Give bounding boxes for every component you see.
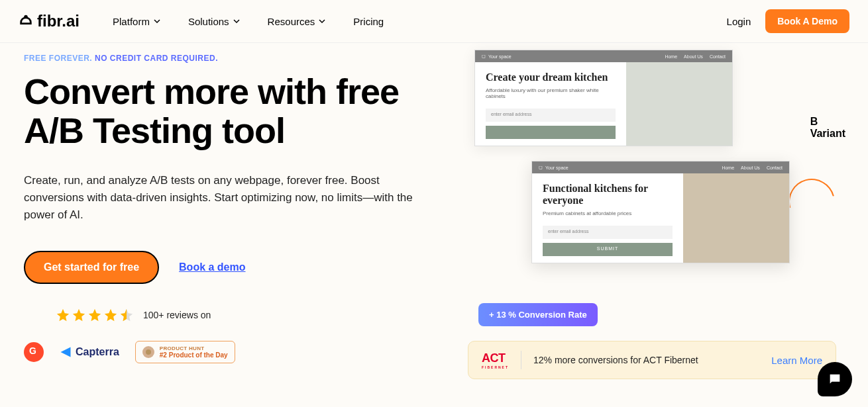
book-demo-link[interactable]: Book a demo xyxy=(179,261,245,273)
nav-right: Login Book A Demo xyxy=(727,9,849,33)
mockup-email-input: enter email address xyxy=(486,109,616,122)
mockup-email-input: enter email address xyxy=(543,226,673,239)
hero-right: ◻ Your space Home About Us Contact Creat… xyxy=(474,50,844,363)
eyebrow-part1: FREE FOREVER. xyxy=(24,54,92,63)
eyebrow: FREE FOREVER. NO CREDIT CARD REQUIRED. xyxy=(24,54,448,63)
mockup-image xyxy=(683,173,789,263)
g2-badge[interactable] xyxy=(24,342,44,362)
chevron-down-icon xyxy=(154,18,160,24)
capterra-text: Capterra xyxy=(76,346,119,358)
svg-point-2 xyxy=(146,349,151,355)
mockup-submit xyxy=(486,126,616,139)
mockup-nav: Home About Us Contact xyxy=(665,54,726,59)
product-hunt-badge[interactable]: PRODUCT HUNT #2 Product of the Day xyxy=(135,341,235,363)
callout-left: ACT FIBERNET 12% more conversions for AC… xyxy=(482,351,698,369)
conversion-badge: + 13 % Conversion Rate xyxy=(478,303,598,326)
login-link[interactable]: Login xyxy=(727,16,751,27)
mockup-title: Functional kitchens for everyone xyxy=(543,183,673,206)
nav-links: Platform Solutions Resources Pricing xyxy=(113,16,384,27)
mockup-nav: Home About Us Contact xyxy=(722,165,783,170)
capterra-badge[interactable]: Capterra xyxy=(60,346,119,358)
nav-label: Resources xyxy=(268,16,315,27)
mockup-image xyxy=(626,62,732,146)
nav-label: Platform xyxy=(113,16,150,27)
variant-label: B Variant xyxy=(810,116,845,140)
nav-item-pricing[interactable]: Pricing xyxy=(353,16,384,27)
act-logo: ACT FIBERNET xyxy=(482,351,509,369)
reviews: 100+ reviews on xyxy=(56,308,448,322)
mockup-subtitle: Premium cabinets at affordable prices xyxy=(543,210,673,216)
divider xyxy=(521,351,521,369)
chevron-down-icon xyxy=(233,18,240,24)
ph-text: PRODUCT HUNT #2 Product of the Day xyxy=(160,345,228,359)
mockup-title: Create your dream kitchen xyxy=(486,71,616,83)
star-rating xyxy=(56,308,134,322)
star-half-icon xyxy=(119,308,134,322)
top-nav: fibr.ai Platform Solutions Resources Pri… xyxy=(0,0,868,43)
nav-label: Pricing xyxy=(353,16,384,27)
nav-label: Solutions xyxy=(188,16,229,27)
cta-row: Get started for free Book a demo xyxy=(24,251,448,284)
chat-icon xyxy=(828,372,842,386)
nav-item-platform[interactable]: Platform xyxy=(113,16,160,27)
learn-more-link[interactable]: Learn More xyxy=(771,355,822,366)
eyebrow-part2: NO CREDIT CARD REQUIRED. xyxy=(95,54,218,63)
headline: Convert more with free A/B Testing tool xyxy=(24,72,448,151)
logo[interactable]: fibr.ai xyxy=(19,12,80,30)
logo-text: fibr.ai xyxy=(37,12,80,30)
star-icon xyxy=(87,308,102,322)
variant-letter: B xyxy=(810,116,845,128)
mockup-subtitle: Affordable luxury with our premium shake… xyxy=(486,87,616,99)
capterra-icon xyxy=(60,346,72,358)
mockup-brand: ◻ Your space xyxy=(482,54,512,59)
badges: Capterra PRODUCT HUNT #2 Product of the … xyxy=(24,341,448,363)
mockup-topbar: ◻ Your space Home About Us Contact xyxy=(532,161,789,173)
book-demo-nav-button[interactable]: Book A Demo xyxy=(765,9,849,33)
main: FREE FOREVER. NO CREDIT CARD REQUIRED. C… xyxy=(0,43,868,363)
chevron-down-icon xyxy=(319,18,325,24)
ph-top: PRODUCT HUNT xyxy=(160,345,228,351)
ph-bottom: #2 Product of the Day xyxy=(160,351,228,359)
reviews-text: 100+ reviews on xyxy=(143,310,211,320)
hero-left: FREE FOREVER. NO CREDIT CARD REQUIRED. C… xyxy=(24,50,448,363)
subhead: Create, run, and analyze A/B tests on an… xyxy=(24,172,421,224)
star-icon xyxy=(72,308,86,322)
chat-button[interactable] xyxy=(818,362,852,396)
get-started-button[interactable]: Get started for free xyxy=(24,251,159,284)
mockup-topbar: ◻ Your space Home About Us Contact xyxy=(475,50,732,62)
mockup-variant-a: ◻ Your space Home About Us Contact Creat… xyxy=(474,50,733,146)
mockup-container: ◻ Your space Home About Us Contact Creat… xyxy=(474,50,792,341)
case-study-callout: ACT FIBERNET 12% more conversions for AC… xyxy=(468,341,836,379)
callout-text: 12% more conversions for ACT Fibernet xyxy=(533,355,698,365)
nav-item-solutions[interactable]: Solutions xyxy=(188,16,240,27)
logo-icon xyxy=(19,14,33,28)
nav-item-resources[interactable]: Resources xyxy=(268,16,326,27)
mockup-brand: ◻ Your space xyxy=(539,165,569,170)
medal-icon xyxy=(142,346,154,358)
variant-text: Variant xyxy=(810,128,845,139)
star-icon xyxy=(56,308,70,322)
star-icon xyxy=(103,308,118,322)
nav-left: fibr.ai Platform Solutions Resources Pri… xyxy=(19,12,384,30)
mockup-submit: SUBMIT xyxy=(543,243,673,256)
mockup-variant-b: ◻ Your space Home About Us Contact Funct… xyxy=(531,161,790,263)
